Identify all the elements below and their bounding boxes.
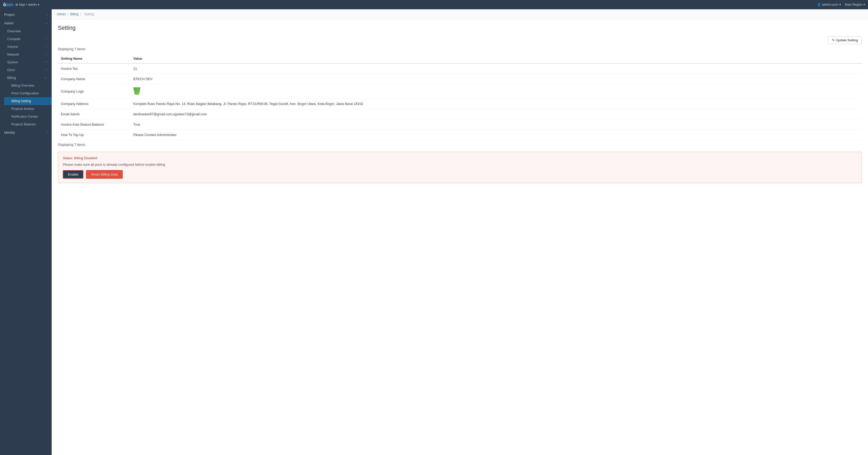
breadcrumb-sep-1: /	[67, 12, 69, 16]
setting-value-how-to-top-up: Please Contact Administrator	[130, 130, 862, 140]
chevron-down-icon: ▾	[38, 3, 39, 6]
sidebar-item-project[interactable]: Project ›	[0, 10, 52, 19]
table-header-row: Setting Name Value	[58, 54, 862, 63]
breadcrumb-billing[interactable]: Billing	[70, 12, 79, 16]
settings-table: Setting Name Value Invoice Tax 11 Compan…	[58, 54, 862, 140]
sidebar-item-billing[interactable]: Billing ⌄	[0, 74, 52, 82]
sidebar-item-price-configuration[interactable]: Price Configuration	[4, 89, 52, 97]
table-row: How To Top Up Please Contact Administrat…	[58, 130, 862, 140]
sidebar-label-network: Network	[7, 53, 19, 56]
sidebar-billing-submenu: Billing Overview Price Configuration Bil…	[0, 82, 52, 128]
table-header: Setting Name Value	[58, 54, 862, 63]
sidebar: Project › Admin ⌄ Overview Compute › Vol…	[0, 9, 52, 455]
sidebar-label-price-configuration: Price Configuration	[11, 91, 39, 95]
sidebar-item-network[interactable]: Network ›	[0, 51, 52, 58]
breadcrumb-sep-2: /	[80, 12, 82, 16]
sidebar-label-billing: Billing	[7, 76, 16, 80]
env-role: admin	[28, 3, 37, 6]
chevron-right-icon: ›	[46, 45, 46, 49]
setting-value-email-admin: devitracker87@gmail.com,sgowes72@gmail.c…	[130, 109, 862, 119]
setting-name-company-logo: Company Logo	[58, 84, 130, 99]
displaying-count-bottom: Displaying 7 items	[58, 143, 862, 147]
displaying-count-top: Displaying 7 items	[58, 47, 862, 51]
setting-name-email-admin: Email Admin	[58, 109, 130, 119]
sidebar-item-notification-center[interactable]: Notification Center	[4, 113, 52, 120]
main-layout: Project › Admin ⌄ Overview Compute › Vol…	[0, 9, 868, 455]
table-row: Company Address Komplek Ruko Pandu Raya …	[58, 99, 862, 109]
navbar: ōzon ⊞ ldap • admin ▾ 👤 admin-ozon ▾ Mai…	[0, 0, 868, 9]
sidebar-item-identity[interactable]: Identity ›	[0, 128, 52, 137]
update-btn-row: ✎ Update Setting	[58, 36, 862, 44]
sidebar-label-identity: Identity	[4, 131, 47, 135]
sidebar-label-ozon: Ozon	[7, 68, 15, 72]
breadcrumb-current: Setting	[84, 12, 94, 16]
sidebar-item-system[interactable]: System ›	[0, 58, 52, 66]
page-content: Setting ✎ Update Setting Displaying 7 it…	[52, 19, 868, 188]
chevron-right-icon: ›	[47, 131, 48, 134]
reset-billing-button[interactable]: Reset Billing Data	[86, 170, 122, 179]
table-body: Invoice Tax 11 Company Name BTECH DEV Co…	[58, 63, 862, 140]
env-label: ldap	[19, 3, 25, 6]
status-message: Please make sure all price is already co…	[63, 163, 857, 167]
setting-value-company-logo	[130, 84, 862, 99]
status-section: Status: Billing Disabled Please make sur…	[58, 152, 862, 183]
table-row: Invoice Tax 11	[58, 63, 862, 74]
chevron-down-icon: ⌄	[44, 76, 46, 80]
table-row: Invoice Auto Deduct Balance True	[58, 119, 862, 130]
setting-name-company-name: Company Name	[58, 74, 130, 84]
content-area: Admin / Billing / Setting Setting ✎ Upda…	[52, 9, 868, 455]
breadcrumb: Admin / Billing / Setting	[52, 9, 868, 19]
sidebar-label-compute: Compute	[7, 37, 21, 41]
setting-value-invoice-auto: True	[130, 119, 862, 130]
sidebar-item-admin[interactable]: Admin ⌄	[0, 19, 52, 27]
user-label: admin-ozon	[822, 3, 838, 6]
page-title: Setting	[58, 25, 862, 31]
table-row: Company Name BTECH DEV	[58, 74, 862, 84]
sidebar-item-projects-balance[interactable]: Projects Balance	[4, 120, 52, 128]
sidebar-item-ozon[interactable]: Ozon ›	[0, 66, 52, 74]
navbar-left: ōzon ⊞ ldap • admin ▾	[3, 2, 39, 7]
region-selector[interactable]: Main Region ▾	[845, 3, 865, 6]
chevron-right-icon: ›	[46, 37, 46, 41]
sidebar-label-system: System	[7, 60, 18, 64]
chevron-down-icon: ▾	[839, 3, 841, 6]
navbar-right: 👤 admin-ozon ▾ Main Region ▾	[817, 3, 865, 6]
sidebar-item-volume[interactable]: Volume ›	[0, 43, 52, 51]
col-value: Value	[130, 54, 862, 63]
setting-name-company-address: Company Address	[58, 99, 130, 109]
region-label: Main Region	[845, 3, 862, 6]
sidebar-admin-submenu: Overview Compute › Volume › Network › Sy…	[0, 27, 52, 128]
action-buttons: Enable Reset Billing Data	[63, 170, 857, 179]
chevron-down-icon: ▾	[863, 3, 865, 6]
env-selector[interactable]: ⊞ ldap • admin ▾	[16, 3, 39, 6]
sidebar-label-notification-center: Notification Center	[11, 115, 38, 118]
setting-value-company-address: Komplek Ruko Pandu Raya No. 14, Ruko Bag…	[130, 99, 862, 109]
user-icon: 👤	[817, 3, 821, 6]
sidebar-item-billing-setting[interactable]: Billing Setting	[4, 97, 52, 105]
chevron-right-icon: ›	[46, 68, 46, 72]
breadcrumb-admin[interactable]: Admin	[57, 12, 66, 16]
sidebar-label-billing-setting: Billing Setting	[11, 99, 31, 103]
sidebar-item-overview[interactable]: Overview	[0, 27, 52, 35]
sidebar-item-compute[interactable]: Compute ›	[0, 35, 52, 43]
enable-button[interactable]: Enable	[63, 170, 84, 179]
sidebar-item-billing-overview[interactable]: Billing Overview	[4, 82, 52, 89]
user-menu[interactable]: 👤 admin-ozon ▾	[817, 3, 841, 6]
sidebar-item-projects-invoice[interactable]: Projects Invoice	[4, 105, 52, 113]
update-setting-button[interactable]: ✎ Update Setting	[828, 36, 862, 44]
chevron-right-icon: ›	[46, 53, 46, 56]
chevron-right-icon: ›	[46, 60, 46, 64]
sidebar-label-project: Project	[4, 13, 47, 17]
app-logo: ōzon	[3, 2, 13, 7]
sidebar-label-overview: Overview	[7, 29, 21, 33]
setting-name-invoice-tax: Invoice Tax	[58, 63, 130, 74]
sidebar-label-billing-overview: Billing Overview	[11, 84, 34, 87]
table-row: Company Logo	[58, 84, 862, 99]
chevron-down-icon: ⌄	[45, 22, 48, 25]
setting-value-invoice-tax: 11	[130, 63, 862, 74]
sidebar-label-projects-invoice: Projects Invoice	[11, 107, 34, 111]
chevron-right-icon: ›	[47, 13, 48, 16]
sidebar-label-projects-balance: Projects Balance	[11, 122, 36, 126]
grid-icon: ⊞	[16, 3, 18, 6]
table-section: Displaying 7 items Setting Name Value In…	[58, 47, 862, 147]
